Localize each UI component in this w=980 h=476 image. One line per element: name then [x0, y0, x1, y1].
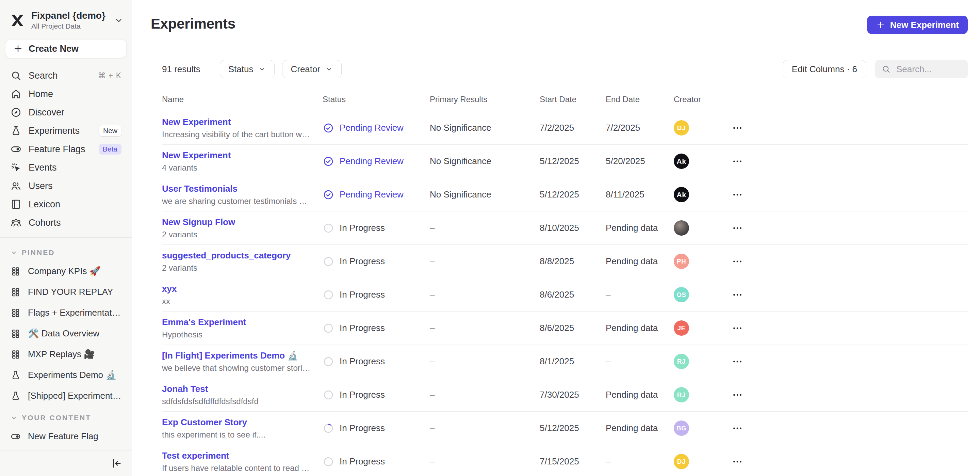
row-actions-menu[interactable] [732, 423, 743, 434]
status-label: In Progress [340, 223, 385, 233]
experiment-row[interactable]: Emma's Experiment Hypothesis In Progress… [162, 311, 968, 345]
row-actions-menu[interactable] [732, 222, 743, 234]
status-label: In Progress [340, 456, 385, 467]
experiment-name-link[interactable]: User Testimonials [162, 184, 237, 194]
experiment-name-link[interactable]: Exp Customer Story [162, 417, 247, 428]
row-actions-menu[interactable] [732, 323, 743, 334]
row-actions-menu[interactable] [732, 189, 743, 201]
sidebar-nav-item[interactable]: Experiments New [5, 121, 127, 140]
column-header-status: Status [323, 95, 430, 104]
creator-cell: DJ [674, 454, 732, 469]
row-actions-menu[interactable] [732, 122, 743, 134]
sidebar-nav-label: Experiments [29, 126, 92, 136]
pinned-item[interactable]: FIND YOUR REPLAY [5, 281, 127, 302]
experiment-name-link[interactable]: Test experiment [162, 450, 229, 461]
creator-filter-button[interactable]: Creator [282, 60, 342, 78]
experiment-name-link[interactable]: New Experiment [162, 150, 231, 161]
primary-results-value: – [430, 456, 540, 467]
end-date-value: 8/11/2025 [606, 189, 674, 200]
experiment-name-link[interactable]: suggested_products_category [162, 250, 291, 261]
column-header-creator: Creator [674, 95, 732, 104]
primary-results-value: – [430, 390, 540, 400]
circle-spin-icon [323, 423, 334, 434]
creator-avatar: DJ [674, 454, 689, 469]
experiment-name-link[interactable]: New Signup Flow [162, 217, 235, 227]
end-date-value: – [606, 356, 674, 367]
experiment-row[interactable]: User Testimonials we are sharing custome… [162, 178, 968, 211]
start-date-value: 8/1/2025 [540, 356, 606, 367]
pinned-item[interactable]: 🛠️ Data Overview [5, 323, 127, 344]
nav-badge: Beta [99, 144, 121, 155]
name-cell: New Signup Flow 2 variants [162, 217, 323, 240]
pinned-section-header[interactable]: PINNED [0, 241, 132, 259]
your-content-list: New Feature Flag [0, 425, 132, 447]
sidebar-nav-item[interactable]: Users [5, 177, 127, 195]
board-icon [10, 307, 21, 318]
lexicon-icon [10, 198, 22, 210]
experiment-row[interactable]: [In Flight] Experiments Demo 🔬 we believ… [162, 345, 968, 378]
sidebar-nav-item[interactable]: Feature Flags Beta [5, 140, 127, 158]
pinned-item[interactable]: Experiments Demo 🔬 [5, 365, 127, 385]
workspace-subtitle: All Project Data [31, 22, 108, 30]
sidebar-divider [0, 237, 132, 238]
primary-results-value: No Significance [430, 189, 540, 200]
pinned-item[interactable]: [Shipped] Experiments Demo 🖊️ [5, 385, 127, 406]
sidebar-nav-item[interactable]: Search ⌘ + K [5, 66, 127, 85]
edit-columns-button[interactable]: Edit Columns · 6 [783, 60, 866, 78]
status-cell: In Progress [323, 222, 430, 234]
experiment-name-link[interactable]: Emma's Experiment [162, 317, 247, 327]
row-actions-menu[interactable] [732, 456, 743, 468]
status-filter-button[interactable]: Status [220, 60, 275, 78]
experiment-row[interactable]: Exp Customer Story this experiment is to… [162, 412, 968, 445]
experiment-row[interactable]: xyx xx In Progress – 8/6/2025 – OS [162, 278, 968, 311]
experiment-row[interactable]: Test experiment If users have relatable … [162, 445, 968, 476]
row-actions-menu[interactable] [732, 289, 743, 301]
create-new-button[interactable]: Create New [5, 39, 127, 58]
creator-avatar: RJ [674, 354, 689, 369]
check-circle-icon [323, 156, 334, 167]
sidebar-nav-item[interactable]: Discover [5, 103, 127, 121]
sidebar-nav-label: Discover [29, 107, 121, 118]
toggle-icon [10, 143, 22, 155]
experiment-description: sdfdsfdsfsdfdffdfdsfsdfdsfd [162, 397, 311, 406]
sidebar-nav-item[interactable]: Cohorts [5, 214, 127, 232]
collapse-sidebar-icon[interactable] [110, 457, 123, 470]
sidebar-nav-item[interactable]: Events [5, 158, 127, 177]
chevron-down-icon [10, 414, 18, 422]
row-actions-menu[interactable] [732, 256, 743, 267]
status-label: In Progress [340, 423, 385, 433]
board-icon [10, 328, 21, 339]
end-date-value: – [606, 456, 674, 467]
sidebar-nav-label: Lexicon [29, 199, 121, 210]
sidebar-nav-item[interactable]: Lexicon [5, 195, 127, 214]
pinned-item[interactable]: MXP Replays 🎥 [5, 344, 127, 365]
row-actions-menu[interactable] [732, 389, 743, 401]
experiment-row[interactable]: New Signup Flow 2 variants In Progress –… [162, 211, 968, 245]
workspace-switcher[interactable]: Fixpanel {demo} All Project Data [0, 0, 132, 32]
new-experiment-button[interactable]: New Experiment [867, 16, 968, 34]
experiment-row[interactable]: suggested_products_category 2 variants I… [162, 245, 968, 278]
circle-icon [323, 222, 334, 234]
table-search[interactable] [875, 60, 968, 78]
circle-icon [323, 256, 334, 267]
experiment-name-link[interactable]: [In Flight] Experiments Demo 🔬 [162, 350, 298, 361]
experiment-row[interactable]: Jonah Test sdfdsfdsfsdfdffdfdsfsdfdsfd I… [162, 378, 968, 412]
name-cell: New Experiment Increasing visibility of … [162, 117, 323, 139]
row-actions-menu[interactable] [732, 356, 743, 367]
experiment-description: 2 variants [162, 230, 311, 240]
experiment-row[interactable]: New Experiment 4 variants Pending Review… [162, 145, 968, 178]
workspace-name: Fixpanel {demo} [31, 10, 108, 21]
experiment-row[interactable]: New Experiment Increasing visibility of … [162, 111, 968, 145]
row-actions-menu[interactable] [732, 156, 743, 167]
pinned-item[interactable]: Flags + Experimentation Demo , [5, 302, 127, 323]
search-input[interactable] [896, 64, 962, 75]
sidebar-nav-item[interactable]: Home [5, 85, 127, 103]
experiment-description: we are sharing customer testimonials as … [162, 196, 311, 206]
your-content-section-header[interactable]: YOUR CONTENT [0, 406, 132, 425]
experiment-name-link[interactable]: xyx [162, 284, 177, 294]
experiment-name-link[interactable]: New Experiment [162, 117, 231, 127]
experiment-name-link[interactable]: Jonah Test [162, 384, 208, 394]
pinned-item[interactable]: Company KPIs 🚀 [5, 261, 127, 281]
creator-avatar: RJ [674, 387, 689, 403]
your-content-item[interactable]: New Feature Flag [5, 426, 127, 447]
